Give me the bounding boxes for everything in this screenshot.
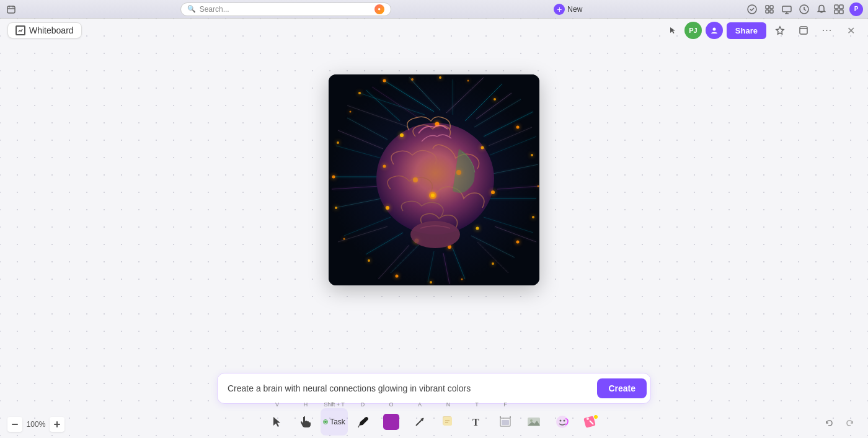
color-tool-button[interactable] bbox=[378, 408, 405, 436]
svg-rect-105 bbox=[502, 420, 509, 425]
image-tool-button[interactable] bbox=[520, 408, 547, 436]
undo-button[interactable] bbox=[821, 414, 838, 432]
svg-rect-93 bbox=[12, 424, 18, 425]
shortcut-a: A bbox=[418, 402, 422, 408]
svg-point-73 bbox=[531, 154, 533, 156]
new-button[interactable]: + New bbox=[554, 4, 582, 15]
redo-button[interactable] bbox=[841, 414, 858, 432]
undo-redo-controls bbox=[821, 414, 858, 432]
user-avatar[interactable]: P bbox=[849, 2, 863, 16]
zoom-level-display: 100% bbox=[25, 420, 47, 429]
browser-right-controls: P bbox=[745, 2, 863, 16]
check-circle-icon[interactable] bbox=[745, 2, 759, 16]
user-avatar-purple[interactable] bbox=[706, 22, 723, 39]
browser-nav bbox=[5, 3, 17, 16]
shortcut-f: F bbox=[503, 402, 507, 408]
svg-point-77 bbox=[439, 76, 441, 79]
tool-group: V H Shift + T bbox=[264, 402, 604, 436]
user-avatar-green[interactable]: PJ bbox=[684, 22, 702, 39]
text-tool-button[interactable]: T bbox=[463, 408, 490, 436]
tool-text: T T bbox=[463, 402, 490, 436]
extensions-icon[interactable] bbox=[763, 2, 776, 16]
share-button[interactable]: Share bbox=[727, 22, 766, 39]
svg-point-75 bbox=[494, 98, 496, 101]
ai-tool-button[interactable] bbox=[577, 408, 604, 436]
svg-rect-14 bbox=[839, 5, 843, 9]
maximize-button[interactable] bbox=[794, 20, 813, 40]
svg-rect-13 bbox=[835, 5, 838, 9]
zoom-in-button[interactable] bbox=[50, 417, 64, 432]
svg-rect-9 bbox=[782, 6, 791, 12]
calendar-icon[interactable] bbox=[5, 3, 17, 16]
svg-rect-15 bbox=[835, 10, 838, 14]
svg-point-112 bbox=[560, 420, 562, 422]
svg-rect-6 bbox=[770, 6, 773, 9]
svg-point-76 bbox=[467, 80, 469, 82]
bell-icon[interactable] bbox=[815, 2, 828, 16]
browser-search-bar[interactable]: 🔍 Search... ● bbox=[180, 2, 391, 16]
whiteboard-icon bbox=[16, 25, 25, 35]
svg-point-82 bbox=[491, 190, 495, 194]
svg-point-17 bbox=[712, 28, 715, 31]
hand-tool-button[interactable] bbox=[292, 408, 319, 436]
screen-icon[interactable] bbox=[780, 2, 794, 16]
ai-prompt-bar: Create bbox=[217, 373, 651, 404]
search-text: Search... bbox=[200, 5, 371, 14]
more-button[interactable]: ··· bbox=[817, 20, 837, 40]
arrow-tool-button[interactable] bbox=[406, 408, 433, 436]
shortcut-shift-t: Shift + T bbox=[324, 402, 345, 408]
tool-frame: F bbox=[492, 402, 519, 436]
svg-rect-100 bbox=[443, 417, 452, 426]
brain-visualization bbox=[329, 74, 539, 285]
shortcut-d: D bbox=[361, 402, 365, 408]
grid-icon[interactable] bbox=[832, 2, 846, 16]
svg-point-85 bbox=[400, 133, 404, 137]
tool-draw: D bbox=[349, 402, 376, 436]
svg-point-115 bbox=[587, 418, 589, 420]
top-right-controls: PJ Share ··· bbox=[666, 20, 861, 40]
sticker-tool-button[interactable] bbox=[549, 408, 576, 436]
whiteboard-title: Whiteboard bbox=[7, 22, 82, 38]
svg-rect-8 bbox=[770, 10, 773, 13]
svg-point-59 bbox=[358, 92, 361, 94]
svg-point-81 bbox=[476, 227, 479, 230]
zoom-out-button[interactable] bbox=[7, 417, 22, 432]
svg-point-91 bbox=[413, 177, 418, 182]
svg-rect-0 bbox=[7, 6, 15, 13]
new-plus-icon: + bbox=[554, 4, 565, 15]
brain-image-canvas bbox=[329, 74, 539, 285]
draw-tool-button[interactable] bbox=[349, 408, 376, 436]
svg-point-57 bbox=[376, 123, 494, 235]
tool-color: O bbox=[378, 402, 405, 436]
svg-point-69 bbox=[492, 262, 494, 265]
note-tool-button[interactable] bbox=[435, 408, 462, 436]
svg-rect-19 bbox=[800, 27, 807, 34]
shortcut-o: O bbox=[389, 402, 393, 408]
tool-hand: H bbox=[292, 402, 319, 436]
clock-icon[interactable] bbox=[797, 2, 811, 16]
app-toolbar: Whiteboard PJ Share bbox=[0, 19, 868, 42]
star-button[interactable] bbox=[770, 20, 790, 40]
tool-note: N bbox=[435, 402, 462, 436]
svg-rect-95 bbox=[54, 424, 60, 425]
svg-point-71 bbox=[532, 216, 534, 218]
shortcut-h: H bbox=[304, 402, 308, 408]
tool-task: Shift + T Task bbox=[321, 402, 348, 436]
frame-tool-button[interactable] bbox=[492, 408, 519, 436]
close-button[interactable]: ✕ bbox=[841, 20, 861, 40]
task-tool-button[interactable]: Task bbox=[321, 408, 348, 436]
ai-prompt-input[interactable] bbox=[228, 383, 597, 393]
svg-point-64 bbox=[343, 238, 345, 240]
tool-image bbox=[520, 408, 547, 436]
svg-point-109 bbox=[530, 419, 533, 422]
create-button[interactable]: Create bbox=[597, 378, 647, 398]
svg-rect-16 bbox=[839, 10, 843, 14]
svg-marker-18 bbox=[776, 27, 784, 34]
svg-point-89 bbox=[431, 194, 435, 197]
svg-rect-114 bbox=[583, 416, 596, 428]
svg-point-60 bbox=[350, 111, 352, 113]
shortcut-v: V bbox=[275, 402, 279, 408]
svg-point-74 bbox=[516, 126, 520, 129]
select-tool-button[interactable] bbox=[264, 408, 291, 436]
cursor-indicator bbox=[666, 23, 681, 38]
